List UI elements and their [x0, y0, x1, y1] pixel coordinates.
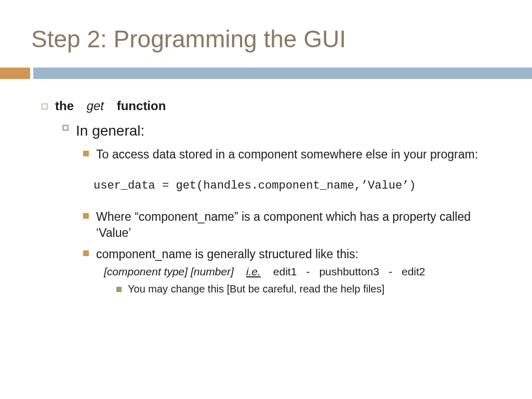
square-olive-icon — [116, 287, 122, 292]
word-the: the — [55, 99, 74, 113]
square-orange-icon — [83, 151, 89, 156]
accent-blue — [33, 68, 532, 79]
square-hollow-icon — [42, 103, 48, 110]
dash-1: - — [306, 265, 310, 278]
code-line: user_data = get(handles.component_name,’… — [94, 179, 506, 192]
example-3: edit2 — [402, 265, 425, 278]
square-orange-icon — [83, 213, 89, 219]
bullet-level-3: Where “component_name” is a component wh… — [83, 209, 506, 241]
slide-body: the get function In general: To access d… — [42, 99, 506, 295]
level3-text-b: Where “component_name” is a component wh… — [96, 209, 506, 241]
accent-bar — [0, 68, 532, 79]
ie-text: i.e. — [246, 265, 261, 278]
word-function: function — [117, 99, 166, 113]
word-get: get — [87, 99, 104, 113]
dash-2: - — [389, 265, 392, 278]
slide-title: Step 2: Programming the GUI — [31, 25, 346, 53]
bullet-level-4: [component type] [number] i.e. edit1 - p… — [104, 265, 506, 278]
bullet-level-5: You may change this [But be careful, rea… — [116, 283, 506, 295]
level1-text: the get function — [55, 99, 166, 113]
example-2: pushbutton3 — [319, 265, 379, 278]
bullet-level-3: component_name is generally structured l… — [83, 246, 506, 262]
accent-orange — [0, 68, 30, 79]
level2-text: In general: — [76, 123, 144, 139]
pattern-text: [component type] [number] — [104, 265, 234, 278]
square-blue-icon — [62, 125, 69, 131]
level3-text-a: To access data stored in a component som… — [96, 147, 478, 163]
bullet-level-2: In general: — [62, 123, 506, 139]
level5-text: You may change this [But be careful, rea… — [128, 283, 384, 295]
square-orange-icon — [83, 250, 89, 256]
bullet-level-3: To access data stored in a component som… — [83, 147, 506, 163]
bullet-level-1: the get function — [42, 99, 506, 113]
example-1: edit1 — [273, 265, 297, 278]
level3-text-c: component_name is generally structured l… — [96, 246, 358, 262]
